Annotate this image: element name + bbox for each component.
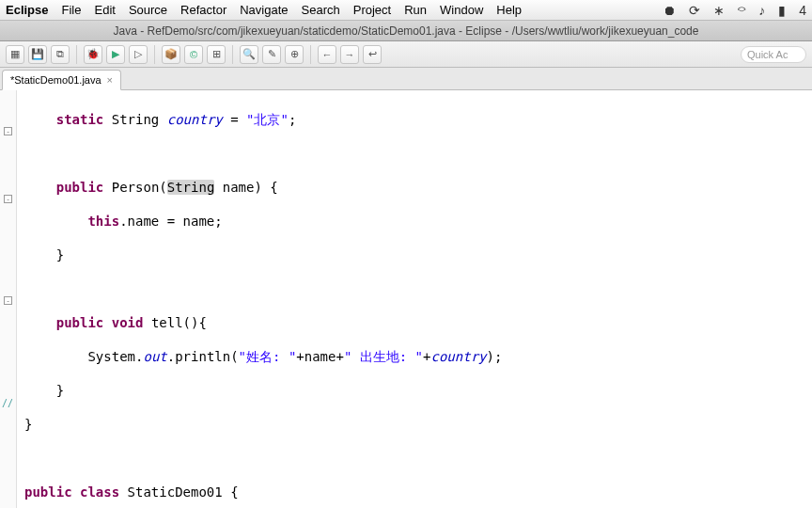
menu-navigate[interactable]: Navigate bbox=[240, 3, 288, 17]
battery-icon[interactable]: ▮ bbox=[778, 3, 786, 18]
toggle-mark-button[interactable]: ✎ bbox=[262, 45, 281, 64]
tab-staticdemo01[interactable]: *StaticDemo01.java × bbox=[2, 70, 121, 90]
fold-icon[interactable]: - bbox=[4, 296, 12, 305]
sync-icon[interactable]: ⟳ bbox=[689, 3, 700, 18]
toolbar: ▦ 💾 ⧉ 🐞 ▶ ▷ 📦 © ⊞ 🔍 ✎ ⊕ ← → ↩ Quick Ac bbox=[0, 41, 812, 68]
menubar: Eclipse File Edit Source Refactor Naviga… bbox=[0, 0, 812, 21]
last-edit-button[interactable]: ↩ bbox=[363, 45, 382, 64]
menu-source[interactable]: Source bbox=[129, 3, 167, 17]
debug-button[interactable]: 🐞 bbox=[84, 45, 102, 64]
run-button[interactable]: ▶ bbox=[106, 45, 125, 64]
annotation-button[interactable]: ⊕ bbox=[285, 45, 304, 64]
window-title-text: Java - RefDemo/src/com/jikexueyuan/stati… bbox=[114, 24, 699, 38]
comment-marker: // bbox=[2, 398, 13, 408]
save-all-button[interactable]: ⧉ bbox=[51, 45, 70, 64]
menu-file[interactable]: File bbox=[62, 3, 82, 17]
quick-access[interactable]: Quick Ac bbox=[741, 46, 806, 63]
bluetooth-icon[interactable]: ∗ bbox=[713, 3, 725, 18]
forward-button[interactable]: → bbox=[340, 45, 359, 64]
menu-help[interactable]: Help bbox=[496, 3, 522, 17]
save-button[interactable]: 💾 bbox=[28, 45, 47, 64]
menu-project[interactable]: Project bbox=[353, 3, 391, 17]
new-class-button[interactable]: © bbox=[184, 45, 203, 64]
menu-run[interactable]: Run bbox=[404, 3, 427, 17]
wifi-icon[interactable]: ⌔ bbox=[738, 3, 745, 18]
menu-search[interactable]: Search bbox=[302, 3, 340, 17]
open-type-button[interactable]: ⊞ bbox=[207, 45, 226, 64]
editor-area: - - - // static String country = "北京"; p… bbox=[0, 90, 812, 508]
code-editor[interactable]: static String country = "北京"; public Per… bbox=[17, 90, 812, 508]
run-last-button[interactable]: ▷ bbox=[129, 45, 148, 64]
volume-icon[interactable]: ♪ bbox=[758, 3, 765, 18]
new-package-button[interactable]: 📦 bbox=[162, 45, 180, 64]
editor-tabbar: *StaticDemo01.java × bbox=[0, 68, 812, 90]
window-title: Java - RefDemo/src/com/jikexueyuan/stati… bbox=[0, 21, 812, 41]
menu-edit[interactable]: Edit bbox=[94, 3, 115, 17]
recording-icon[interactable]: ⏺ bbox=[663, 3, 676, 18]
app-name: Eclipse bbox=[6, 3, 49, 17]
menu-refactor[interactable]: Refactor bbox=[180, 3, 226, 17]
search-button[interactable]: 🔍 bbox=[240, 45, 258, 64]
fold-icon[interactable]: - bbox=[4, 127, 12, 135]
menu-window[interactable]: Window bbox=[440, 3, 483, 17]
fold-icon[interactable]: - bbox=[4, 195, 12, 203]
clock[interactable]: 4 bbox=[799, 3, 806, 18]
tab-label: *StaticDemo01.java bbox=[10, 74, 102, 86]
close-icon[interactable]: × bbox=[107, 74, 113, 86]
new-button[interactable]: ▦ bbox=[6, 45, 24, 64]
gutter[interactable]: - - - // bbox=[0, 90, 17, 508]
back-button[interactable]: ← bbox=[318, 45, 336, 64]
